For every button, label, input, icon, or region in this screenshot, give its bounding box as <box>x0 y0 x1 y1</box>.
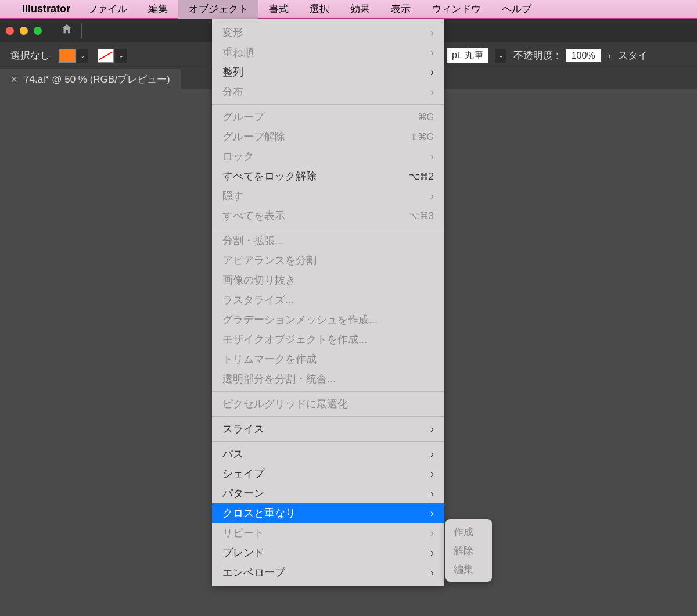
menubar-item-4[interactable]: 選択 <box>299 0 340 19</box>
menu-item-label: ピクセルグリッドに最適化 <box>222 397 348 411</box>
brush-field[interactable]: pt. 丸筆 <box>447 48 488 63</box>
opacity-label: 不透明度 : <box>513 49 558 62</box>
chevron-right-icon: › <box>430 468 434 480</box>
object-menu-dropdown: 変形›重ね順›整列›分布›グループ⌘Gグループ解除⇧⌘Gロック›すべてをロック解… <box>212 19 444 586</box>
close-window-button[interactable] <box>6 27 14 35</box>
tab-title: 74.ai* @ 50 % (RGB/プレビュー) <box>24 73 170 86</box>
chevron-right-icon: › <box>430 507 434 520</box>
menu-item-label: 重ね順 <box>222 45 254 59</box>
menu-item-label: グラデーションメッシュを作成... <box>222 313 378 327</box>
menubar-item-8[interactable]: ヘルプ <box>491 0 542 19</box>
menu-item-label: ロック <box>222 149 254 163</box>
window-controls <box>6 27 42 35</box>
menu-item: リピート› <box>212 523 444 543</box>
menu-item[interactable]: クロスと重なり› <box>212 503 444 523</box>
menu-item: 分布› <box>212 82 444 102</box>
menu-item-label: すべてを表示 <box>222 209 285 223</box>
chevron-right-icon: › <box>430 190 434 202</box>
divider <box>81 23 82 38</box>
menu-item-label: グループ解除 <box>222 130 285 144</box>
menu-item-label: クロスと重なり <box>222 506 296 520</box>
menu-item-label: 透明部分を分割・統合... <box>222 372 336 386</box>
menubar-item-0[interactable]: ファイル <box>77 0 138 19</box>
menu-item-label: エンベロープ <box>222 565 285 579</box>
menu-item[interactable]: パターン› <box>212 484 444 503</box>
menu-item[interactable]: すべてをロック解除⌥⌘2 <box>212 166 444 186</box>
menu-item-label: 分布 <box>222 85 243 99</box>
menu-item: 変形› <box>212 23 444 42</box>
menu-item: 透明部分を分割・統合... <box>212 369 444 389</box>
menu-shortcut: ⌥⌘2 <box>409 171 434 182</box>
chevron-right-icon: › <box>430 66 434 78</box>
menu-item-label: 整列 <box>222 65 243 79</box>
close-tab-icon[interactable]: ✕ <box>10 74 18 85</box>
menu-item-label: ラスタライズ... <box>222 293 294 307</box>
menubar-item-5[interactable]: 効果 <box>340 0 380 19</box>
menu-item: ピクセルグリッドに最適化 <box>212 394 444 414</box>
style-label: スタイ <box>618 49 648 62</box>
chevron-right-icon: › <box>430 547 434 559</box>
menu-item-label: ブレンド <box>222 546 264 560</box>
menu-item-label: 隠す <box>222 189 243 203</box>
selection-status: 選択なし <box>10 49 50 62</box>
menu-item: 重ね順› <box>212 42 444 62</box>
menubar-item-7[interactable]: ウィンドウ <box>421 0 491 19</box>
menu-separator <box>212 391 444 392</box>
menu-item-label: アピアランスを分割 <box>222 253 317 267</box>
chevron-right-icon: › <box>430 27 434 39</box>
chevron-right-icon[interactable]: › <box>608 50 612 62</box>
menu-item-label: すべてをロック解除 <box>222 169 317 183</box>
submenu-item: 解除 <box>445 541 492 560</box>
menu-item: 分割・拡張... <box>212 231 444 250</box>
menubar: Illustrator ファイル編集オブジェクト書式選択効果表示ウィンドウヘルプ <box>0 0 697 19</box>
menu-item[interactable]: ブレンド› <box>212 543 444 563</box>
stroke-swatch[interactable] <box>98 49 114 63</box>
menu-item: グループ⌘G <box>212 107 444 127</box>
menu-shortcut: ⇧⌘G <box>410 131 434 142</box>
menubar-item-2[interactable]: オブジェクト <box>178 0 258 19</box>
menu-item[interactable]: スライス› <box>212 419 444 439</box>
menu-item: ラスタライズ... <box>212 290 444 310</box>
chevron-right-icon: › <box>430 86 434 98</box>
menu-item[interactable]: シェイプ› <box>212 464 444 484</box>
menu-item-label: 変形 <box>222 26 243 40</box>
menu-item: トリムマークを作成 <box>212 349 444 369</box>
fill-swatch[interactable] <box>59 49 76 63</box>
menu-item-label: パターン <box>222 486 264 500</box>
menu-item[interactable]: 整列› <box>212 62 444 82</box>
menu-item[interactable]: エンベロープ› <box>212 563 444 582</box>
menubar-item-1[interactable]: 編集 <box>138 0 178 19</box>
opacity-field[interactable]: 100% <box>566 49 601 62</box>
chevron-right-icon: › <box>430 448 434 460</box>
menubar-item-6[interactable]: 表示 <box>380 0 421 19</box>
submenu-item: 作成 <box>445 522 492 541</box>
stroke-dropdown[interactable]: ⌄ <box>115 49 127 63</box>
maximize-window-button[interactable] <box>34 27 42 35</box>
menu-item[interactable]: パス› <box>212 444 444 464</box>
menu-separator <box>212 441 444 442</box>
menu-item: すべてを表示⌥⌘3 <box>212 206 444 225</box>
cross-overlap-submenu: 作成解除編集 <box>445 519 492 582</box>
menu-item-label: 分割・拡張... <box>222 234 283 248</box>
minimize-window-button[interactable] <box>20 27 28 35</box>
menu-separator <box>212 228 444 228</box>
menu-item-label: パス <box>222 447 243 461</box>
app-name[interactable]: Illustrator <box>22 3 70 15</box>
menu-item: モザイクオブジェクトを作成... <box>212 330 444 349</box>
menu-item-label: リピート <box>222 526 264 540</box>
menu-item: 画像の切り抜き <box>212 270 444 290</box>
menu-shortcut: ⌘G <box>418 112 434 123</box>
menu-item: グループ解除⇧⌘G <box>212 127 444 146</box>
brush-dropdown[interactable]: ⌄ <box>495 49 506 63</box>
menu-item-label: グループ <box>222 110 264 124</box>
menu-item-label: 画像の切り抜き <box>222 273 296 287</box>
chevron-right-icon: › <box>430 567 434 579</box>
home-icon[interactable] <box>60 23 73 39</box>
menu-separator <box>212 416 444 417</box>
menu-item: アピアランスを分割 <box>212 250 444 270</box>
fill-dropdown[interactable]: ⌄ <box>77 49 88 63</box>
document-tab[interactable]: ✕ 74.ai* @ 50 % (RGB/プレビュー) <box>0 69 181 89</box>
menu-item: ロック› <box>212 146 444 166</box>
chevron-right-icon: › <box>430 151 434 163</box>
menubar-item-3[interactable]: 書式 <box>258 0 299 19</box>
